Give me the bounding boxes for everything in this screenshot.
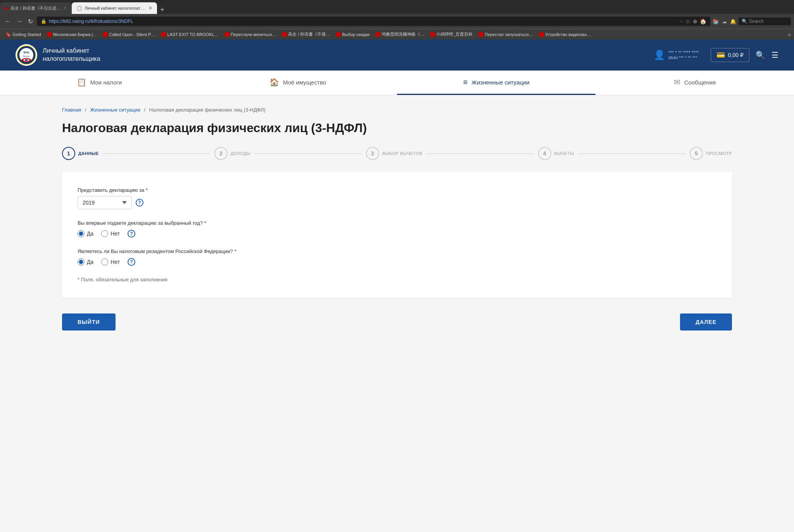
bookmark-perestalz[interactable]: Перестал запускаться… bbox=[476, 31, 535, 38]
step-1-circle: 1 bbox=[62, 147, 75, 160]
balance-display[interactable]: 💳 0,00 ₽ bbox=[711, 48, 749, 62]
resident-radio-group: Да Нет ? bbox=[78, 258, 716, 266]
nav-tab-messages[interactable]: ✉ Сообщения bbox=[596, 71, 794, 95]
resident-no-option[interactable]: Нет bbox=[101, 258, 120, 265]
bookmarks-more[interactable]: » bbox=[788, 31, 791, 38]
nav-tab-life-situations[interactable]: ≡ Жизненные ситуации bbox=[397, 71, 596, 95]
bookmark-honglu[interactable]: 鸿撸昆唱洗脑神曲《… bbox=[373, 31, 426, 38]
notifications-icon[interactable]: 🔔 bbox=[730, 19, 736, 24]
breadcrumb-home[interactable]: Главная bbox=[62, 107, 81, 113]
browser-tab-2[interactable]: 📋 Личный кабинет налогоплате… ✕ bbox=[72, 2, 157, 14]
bookmark-getting-started[interactable]: 🔖 Getting Started bbox=[3, 31, 43, 38]
form-actions: ВЫЙТИ ДАЛЕЕ bbox=[62, 306, 732, 338]
step-3-circle: 3 bbox=[366, 147, 379, 160]
browser-tab-1[interactable]: ▶ 高全 / 孙语書《不仅仅是… ✕ bbox=[0, 2, 72, 14]
logo-emblem: ФНС России bbox=[16, 44, 37, 66]
site-logo: ФНС России Личный кабинет налогоплательщ… bbox=[16, 44, 654, 66]
sync-icon[interactable]: ☁ bbox=[722, 19, 727, 24]
next-button[interactable]: ДАЛЕЕ bbox=[680, 313, 732, 331]
exit-button[interactable]: ВЫЙТИ bbox=[62, 313, 116, 331]
bookmark-label: 高全 / 孙语書《不僅… bbox=[288, 31, 330, 37]
first-time-help-icon[interactable]: ? bbox=[128, 230, 135, 238]
life-situations-icon: ≡ bbox=[463, 78, 468, 87]
three-dots[interactable]: ··· bbox=[680, 19, 683, 24]
form-card: Представить декларацию за * 2019 2018 20… bbox=[62, 172, 732, 298]
step-4: 4 ВЫЧЕТЫ bbox=[538, 147, 574, 160]
header-right-section: 💳 0,00 ₽ 🔍 ☰ bbox=[711, 48, 778, 62]
new-tab-button[interactable]: + bbox=[157, 6, 167, 14]
messages-label: Сообщения bbox=[684, 79, 716, 86]
fns-emblem-svg: ФНС России bbox=[17, 45, 36, 65]
site-search-icon[interactable]: 🔍 bbox=[756, 50, 765, 60]
my-taxes-label: Мои налоги bbox=[90, 79, 122, 86]
my-property-label: Моё имущество bbox=[283, 79, 326, 86]
bookmark-ustroystvo[interactable]: Устройство видеозах… bbox=[537, 31, 594, 38]
bookmark-icon bbox=[161, 32, 166, 37]
nav-tab-my-property[interactable]: 🏠 Моё имущество bbox=[198, 71, 397, 95]
step-1-label: ДАННЫЕ bbox=[78, 151, 99, 156]
bookmark-label: 小鸡哔哔_百度百科 bbox=[436, 31, 473, 37]
bookmark-called-upon[interactable]: Called Upon - Silent P… bbox=[101, 31, 157, 38]
tab2-close[interactable]: ✕ bbox=[148, 5, 152, 11]
tab1-title: 高全 / 孙语書《不仅仅是… bbox=[10, 5, 61, 11]
required-note: * Поля, обязательные для заполнения bbox=[78, 277, 716, 282]
resident-yes-radio[interactable] bbox=[78, 258, 85, 265]
forward-button[interactable]: → bbox=[15, 16, 24, 26]
hamburger-menu-icon[interactable]: ☰ bbox=[772, 50, 778, 60]
first-time-yes-option[interactable]: Да bbox=[78, 230, 93, 237]
steps-bar: 1 ДАННЫЕ 2 ДОХОДЫ 3 ВЫБОР ВЫЧЕТОВ 4 ВЫЧЕ… bbox=[62, 147, 732, 160]
messages-icon: ✉ bbox=[674, 77, 680, 87]
extensions-icon[interactable]: 📚 bbox=[713, 19, 719, 24]
bookmark-perestali[interactable]: Перестали меняться… bbox=[223, 31, 278, 38]
tab1-close[interactable]: ✕ bbox=[63, 5, 67, 11]
breadcrumb-sep-1: / bbox=[85, 107, 88, 113]
tab2-favicon: 📋 bbox=[76, 5, 82, 11]
step-line-2 bbox=[254, 153, 362, 154]
step-line-4 bbox=[578, 153, 686, 154]
bookmark-icon bbox=[539, 32, 544, 37]
bookmark-xioji[interactable]: 小鸡哔哔_百度百科 bbox=[428, 31, 475, 38]
svg-text:России: России bbox=[23, 55, 30, 57]
breadcrumb-life-situations[interactable]: Жизненные ситуации bbox=[90, 107, 140, 113]
bookmark-icon bbox=[47, 32, 52, 37]
year-help-icon[interactable]: ? bbox=[136, 199, 143, 207]
search-input[interactable] bbox=[749, 19, 788, 24]
resident-label: Являетесь ли Вы налоговым резидентом Рос… bbox=[78, 248, 716, 254]
nav-tab-my-taxes[interactable]: 📋 Мои налоги bbox=[0, 71, 198, 95]
resident-yes-option[interactable]: Да bbox=[78, 258, 93, 265]
bookmark-label: LAST EXIT TO BROOKL… bbox=[167, 32, 218, 37]
bookmark-label: Getting Started bbox=[12, 32, 41, 37]
bookmark-mosberg[interactable]: Московская Биржа |… bbox=[45, 31, 99, 38]
year-select-wrapper: 2019 2018 2017 2016 ? bbox=[78, 196, 716, 209]
reader-view-icon[interactable]: ⊕ bbox=[693, 18, 697, 24]
step-line-3 bbox=[426, 153, 534, 154]
first-time-no-option[interactable]: Нет bbox=[101, 230, 120, 237]
page-content: Главная / Жизненные ситуации / Налоговая… bbox=[0, 95, 794, 350]
svg-text:ФНС: ФНС bbox=[23, 51, 29, 54]
bookmark-label: Перестали меняться… bbox=[231, 32, 276, 37]
resident-yes-label: Да bbox=[87, 259, 93, 265]
first-time-form-group: Вы впервые подаете декларацию за выбранн… bbox=[78, 220, 716, 238]
bookmark-label: Московская Биржа |… bbox=[53, 32, 97, 37]
address-bar[interactable]: 🔒 https://lkfl2.nalog.ru/lkfl/situations… bbox=[37, 17, 710, 26]
first-time-no-radio[interactable] bbox=[101, 230, 108, 237]
browser-search-box[interactable]: 🔍 bbox=[739, 17, 791, 25]
bookmark-label: Перестал запускаться… bbox=[485, 32, 533, 37]
year-select[interactable]: 2019 2018 2017 2016 bbox=[78, 196, 132, 209]
resident-help-icon[interactable]: ? bbox=[128, 258, 135, 266]
reload-button[interactable]: ↻ bbox=[26, 16, 35, 27]
bookmark-label: 鸿撸昆唱洗脑神曲《… bbox=[381, 31, 424, 37]
bookmark-sunyu[interactable]: 高全 / 孙语書《不僅… bbox=[280, 31, 332, 38]
resident-no-radio[interactable] bbox=[101, 258, 108, 265]
step-4-label: ВЫЧЕТЫ bbox=[554, 151, 574, 156]
bookmark-label: Called Upon - Silent P… bbox=[109, 32, 155, 37]
user-avatar-icon: 👤 bbox=[654, 50, 665, 60]
first-time-yes-radio[interactable] bbox=[78, 230, 85, 237]
home-icon[interactable]: 🏠 bbox=[700, 18, 706, 24]
back-button[interactable]: ← bbox=[3, 16, 12, 26]
bookmark-star[interactable]: ☆ bbox=[685, 18, 690, 24]
bookmark-icon bbox=[479, 32, 483, 37]
year-label: Представить декларацию за * bbox=[78, 187, 716, 193]
bookmark-skidki[interactable]: Выбор скидки bbox=[334, 31, 372, 38]
bookmark-last-exit[interactable]: LAST EXIT TO BROOKL… bbox=[159, 31, 221, 38]
